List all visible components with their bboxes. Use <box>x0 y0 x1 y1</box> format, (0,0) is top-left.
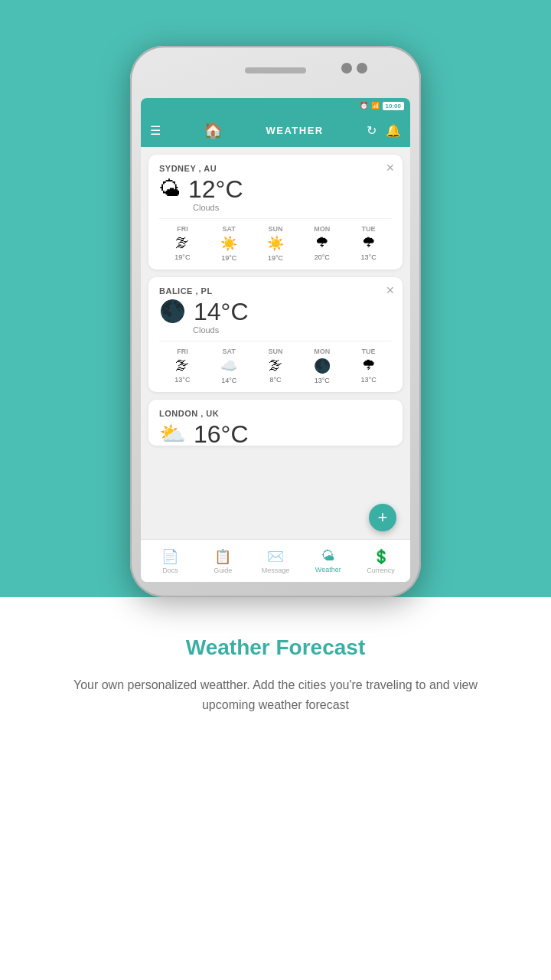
refresh-icon[interactable]: ↻ <box>367 123 377 138</box>
sydney-condition: Clouds <box>193 203 392 212</box>
message-icon: ✉️ <box>267 548 284 565</box>
sydney-tue-label: TUE <box>362 225 376 233</box>
sydney-close-button[interactable]: ✕ <box>386 162 395 173</box>
tab-weather[interactable]: 🌤 Weather <box>302 544 354 578</box>
phone-speaker <box>245 67 306 74</box>
sydney-sat-label: SAT <box>223 225 236 233</box>
london-temperature: 16°C <box>194 422 249 446</box>
balice-fri-temp: 13°C <box>174 376 190 384</box>
balice-sun-temp: 8°C <box>269 376 281 384</box>
docs-icon: 📄 <box>161 548 178 565</box>
sydney-tue-icon: 🌩 <box>362 235 376 251</box>
balice-weather-card: ✕ BALICE , PL 🌑 14°C Clouds FRI 🌫 13°C S… <box>148 277 403 392</box>
balice-sat-icon: ☁️ <box>220 358 237 374</box>
balice-forecast-tue: TUE 🌩 13°C <box>345 348 392 384</box>
sydney-forecast-row: FRI 🌫 19°C SAT ☀️ 19°C SUN ☀️ 19°C <box>159 218 392 262</box>
sydney-mon-label: MON <box>314 225 330 233</box>
sydney-sun-temp: 19°C <box>268 254 283 262</box>
weather-icon: 🌤 <box>321 548 335 564</box>
bell-icon[interactable]: 🔔 <box>386 123 401 138</box>
sydney-fri-temp: 19°C <box>174 253 190 261</box>
tab-message[interactable]: ✉️ Message <box>249 544 302 579</box>
sydney-sun-icon: ☀️ <box>267 235 284 252</box>
feature-description: Your own personalized weatther. Add the … <box>46 675 505 714</box>
tab-bar: 📄 Docs 📋 Guide ✉️ Message 🌤 Weather 💲 Cu… <box>141 539 410 582</box>
scroll-content: ✕ SYDNEY , AU 🌤 12°C Clouds FRI 🌫 19°C S… <box>141 147 410 539</box>
phone-mockup: ⏰ 📶 10:00 ☰ 🏠 WEATHER ↻ 🔔 ✕ SYDNEY , AU … <box>130 46 421 597</box>
balice-weather-icon: 🌑 <box>159 299 186 324</box>
balice-sun-label: SUN <box>268 348 282 355</box>
weather-label: Weather <box>315 566 341 573</box>
sydney-tue-temp: 13°C <box>361 253 377 261</box>
balice-temperature: 14°C <box>194 299 249 324</box>
balice-sat-temp: 14°C <box>221 377 236 384</box>
sydney-weather-card: ✕ SYDNEY , AU 🌤 12°C Clouds FRI 🌫 19°C S… <box>148 155 403 270</box>
balice-tue-label: TUE <box>362 348 376 355</box>
status-alarm-icon: ⏰ <box>360 102 368 109</box>
status-wifi-icon: 📶 <box>371 102 380 109</box>
london-weather-main: ⛅ 16°C <box>159 421 392 446</box>
balice-mon-temp: 13°C <box>315 377 330 384</box>
sydney-forecast-fri: FRI 🌫 19°C <box>159 225 206 262</box>
sydney-temperature: 12°C <box>188 177 243 201</box>
status-bar: ⏰ 📶 10:00 <box>141 98 410 113</box>
sydney-forecast-sat: SAT ☀️ 19°C <box>206 225 253 262</box>
currency-label: Currency <box>367 567 395 574</box>
phone-camera2 <box>341 63 352 74</box>
balice-sun-icon: 🌫 <box>269 358 282 374</box>
balice-forecast-fri: FRI 🌫 13°C <box>159 348 206 384</box>
guide-label: Guide <box>214 567 232 574</box>
tab-docs[interactable]: 📄 Docs <box>144 544 197 579</box>
feature-title: Weather Forecast <box>46 635 505 660</box>
sydney-sat-temp: 19°C <box>221 254 236 262</box>
balice-forecast-row: FRI 🌫 13°C SAT ☁️ 14°C SUN 🌫 8°C <box>159 341 392 384</box>
sydney-sat-icon: ☀️ <box>220 235 237 252</box>
nav-right-icons: ↻ 🔔 <box>367 123 401 138</box>
balice-city-name: BALICE , PL <box>159 286 392 296</box>
sydney-weather-main: 🌤 12°C <box>159 176 392 201</box>
app-nav-bar: ☰ 🏠 WEATHER ↻ 🔔 <box>141 113 410 147</box>
status-battery-icon: 10:00 <box>383 102 404 110</box>
sydney-sun-label: SUN <box>268 225 282 233</box>
balice-forecast-sat: SAT ☁️ 14°C <box>206 348 253 384</box>
message-label: Message <box>262 567 290 574</box>
sydney-mon-temp: 20°C <box>315 253 330 261</box>
balice-sat-label: SAT <box>223 348 236 355</box>
balice-fri-icon: 🌫 <box>175 358 189 374</box>
balice-close-button[interactable]: ✕ <box>386 285 395 296</box>
balice-forecast-sun: SUN 🌫 8°C <box>253 348 299 384</box>
guide-icon: 📋 <box>214 548 231 565</box>
home-icon[interactable]: 🏠 <box>204 121 223 139</box>
balice-weather-main: 🌑 14°C <box>159 299 392 324</box>
sydney-forecast-sun: SUN ☀️ 19°C <box>253 225 299 262</box>
hamburger-menu-icon[interactable]: ☰ <box>150 123 161 138</box>
balice-mon-icon: 🌑 <box>314 358 331 374</box>
sydney-mon-icon: 🌩 <box>315 235 329 251</box>
sydney-forecast-mon: MON 🌩 20°C <box>298 225 345 262</box>
lower-info-section: Weather Forecast Your own personalized w… <box>0 597 551 980</box>
london-city-name: LONDON , UK <box>159 409 392 418</box>
balice-fri-label: FRI <box>177 348 188 355</box>
nav-title: WEATHER <box>266 125 323 136</box>
phone-screen: ⏰ 📶 10:00 ☰ 🏠 WEATHER ↻ 🔔 ✕ SYDNEY , AU … <box>141 98 410 582</box>
balice-tue-icon: 🌩 <box>362 358 376 374</box>
tab-guide[interactable]: 📋 Guide <box>197 544 249 579</box>
sydney-weather-icon: 🌤 <box>159 176 181 201</box>
balice-mon-label: MON <box>314 348 330 355</box>
phone-camera <box>357 63 367 74</box>
currency-icon: 💲 <box>373 548 390 565</box>
sydney-fri-label: FRI <box>177 225 188 233</box>
add-city-fab-button[interactable]: + <box>369 504 396 531</box>
london-weather-icon: ⛅ <box>159 421 186 446</box>
london-weather-card: LONDON , UK ⛅ 16°C <box>148 400 403 446</box>
balice-condition: Clouds <box>193 325 392 335</box>
docs-label: Docs <box>162 567 178 574</box>
sydney-city-name: SYDNEY , AU <box>159 164 392 173</box>
tab-currency[interactable]: 💲 Currency <box>354 544 407 579</box>
sydney-forecast-tue: TUE 🌩 13°C <box>345 225 392 262</box>
sydney-fri-icon: 🌫 <box>175 235 189 251</box>
balice-tue-temp: 13°C <box>361 376 377 384</box>
balice-forecast-mon: MON 🌑 13°C <box>298 348 345 384</box>
